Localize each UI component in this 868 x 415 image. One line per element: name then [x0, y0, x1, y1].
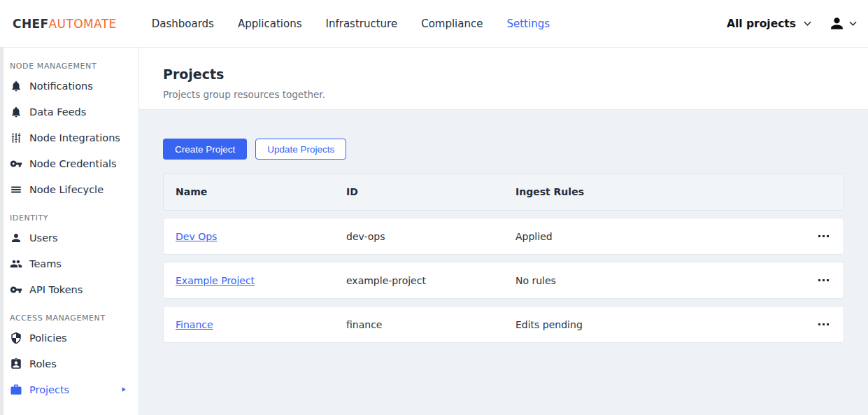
sidebar-item-label: Data Feeds [29, 106, 86, 118]
sidebar-item-projects[interactable]: Projects [0, 377, 138, 402]
sidebar-item-label: Users [29, 232, 58, 244]
column-header-name: Name [176, 186, 346, 197]
ingest-rules-cell: Edits pending [515, 319, 804, 330]
main-panel: Projects Projects group resources togeth… [139, 48, 868, 415]
logo-automate-text: AUTOMATE [49, 17, 117, 31]
projects-table: Name ID Ingest Rules Dev Ops dev-ops App… [163, 173, 844, 343]
top-nav-item-applications[interactable]: Applications [238, 17, 302, 30]
project-id-cell: finance [346, 319, 515, 330]
sidebar-section-label: IDENTITY [0, 211, 138, 225]
sidebar-section: NODE MANAGEMENT Notifications Data Feeds… [0, 59, 138, 202]
primary-nav: DashboardsApplicationsInfrastructureComp… [152, 17, 550, 30]
chef-automate-logo[interactable]: CHEFAUTOMATE [13, 17, 117, 31]
table-row-finance: Finance finance Edits pending [163, 306, 844, 343]
table-row-dev-ops: Dev Ops dev-ops Applied [163, 218, 844, 255]
ingest-rules-cell: Applied [515, 231, 804, 242]
bell-icon [10, 80, 22, 92]
logo-chef-text: CHEF [13, 17, 49, 31]
sidebar-section-label: ACCESS MANAGEMENT [0, 311, 138, 325]
top-bar: CHEFAUTOMATE DashboardsApplicationsInfra… [0, 0, 868, 48]
project-name-link[interactable]: Finance [176, 319, 213, 330]
sidebar-item-node-credentials[interactable]: Node Credentials [0, 150, 138, 176]
settings-sidebar: NODE MANAGEMENT Notifications Data Feeds… [0, 48, 139, 415]
column-header-ingest-rules: Ingest Rules [515, 186, 804, 197]
sidebar-section: IDENTITY Users Teams API Tokens [0, 211, 138, 302]
sidebar-item-data-feeds[interactable]: Data Feeds [0, 99, 138, 125]
sidebar-item-label: Node Credentials [29, 158, 117, 169]
projects-filter-dropdown[interactable]: All projects [727, 17, 811, 30]
table-body: Dev Ops dev-ops Applied Example Project … [163, 218, 844, 343]
sidebar-item-label: Projects [29, 384, 69, 395]
update-projects-button[interactable]: Update Projects [255, 139, 346, 160]
page-title: Projects [163, 66, 844, 82]
ellipsis-icon[interactable] [817, 231, 830, 241]
sidebar-item-label: Teams [29, 258, 62, 269]
page-layout: NODE MANAGEMENT Notifications Data Feeds… [0, 48, 868, 415]
sidebar-item-roles[interactable]: Roles [0, 351, 138, 377]
briefcase-icon [10, 384, 22, 396]
sidebar-item-label: Notifications [29, 80, 93, 92]
key-icon [10, 157, 22, 170]
create-project-button[interactable]: Create Project [163, 139, 247, 160]
chevron-down-icon [849, 21, 857, 27]
shield-icon [10, 332, 22, 344]
sidebar-item-node-integrations[interactable]: Node Integrations [0, 125, 138, 150]
table-row-example-project: Example Project example-project No rules [163, 262, 844, 299]
sidebar-item-api-tokens[interactable]: API Tokens [0, 276, 138, 302]
project-name-link[interactable]: Dev Ops [176, 231, 217, 242]
bell-icon [10, 106, 22, 118]
sidebar-item-users[interactable]: Users [0, 225, 138, 251]
user-avatar-icon [828, 15, 846, 32]
sidebar-section-label: NODE MANAGEMENT [0, 59, 138, 73]
content-area: Create Project Update Projects Name ID I… [139, 110, 868, 415]
sidebar-item-teams[interactable]: Teams [0, 251, 138, 276]
ingest-rules-cell: No rules [515, 275, 804, 286]
sidebar-section: ACCESS MANAGEMENT Policies Roles Project… [0, 311, 138, 402]
top-nav-item-infrastructure[interactable]: Infrastructure [326, 17, 398, 30]
table-header-row: Name ID Ingest Rules [163, 173, 844, 211]
project-name-link[interactable]: Example Project [176, 275, 255, 286]
sidebar-item-label: Policies [29, 332, 67, 344]
ellipsis-icon[interactable] [817, 275, 830, 286]
action-buttons: Create Project Update Projects [163, 139, 844, 160]
sidebar-item-label: Roles [29, 358, 57, 370]
user-menu[interactable] [828, 15, 857, 32]
projects-filter-label: All projects [727, 17, 796, 30]
chevron-down-icon [804, 21, 811, 27]
project-id-cell: dev-ops [346, 231, 515, 242]
top-nav-item-dashboards[interactable]: Dashboards [152, 17, 214, 30]
sidebar-item-label: Node Lifecycle [29, 184, 104, 195]
column-header-id: ID [346, 186, 515, 197]
sidebar-item-node-lifecycle[interactable]: Node Lifecycle [0, 176, 138, 202]
top-nav-item-compliance[interactable]: Compliance [421, 17, 483, 30]
sidebar-item-label: Node Integrations [29, 132, 120, 143]
project-id-cell: example-project [346, 275, 515, 286]
sidebar-item-notifications[interactable]: Notifications [0, 73, 138, 99]
ellipsis-icon[interactable] [817, 319, 830, 330]
sidebar-item-policies[interactable]: Policies [0, 325, 138, 351]
key-icon [10, 283, 22, 296]
sliders-icon [10, 132, 22, 144]
sidebar-item-label: API Tokens [29, 284, 83, 295]
triangle-right-icon[interactable] [120, 386, 127, 393]
badge-icon [10, 358, 22, 370]
top-bar-right: All projects [727, 15, 857, 32]
list-icon [10, 183, 22, 196]
page-subtitle: Projects group resources together. [163, 89, 844, 100]
top-nav-item-settings[interactable]: Settings [506, 17, 550, 30]
people-icon [10, 258, 22, 270]
person-icon [10, 232, 22, 244]
page-header: Projects Projects group resources togeth… [139, 48, 868, 110]
